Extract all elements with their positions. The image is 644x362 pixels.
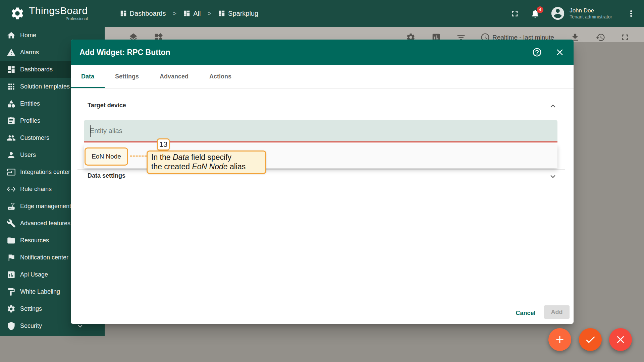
- breadcrumb-label: Dashboards: [130, 10, 166, 17]
- entity-alias-input[interactable]: [84, 120, 557, 142]
- sidebar-item-label: Home: [20, 32, 36, 39]
- tab-data[interactable]: Data: [71, 65, 105, 88]
- sidebar-item-label: White Labeling: [20, 288, 60, 295]
- breadcrumb-item-all[interactable]: All: [183, 10, 201, 17]
- sidebar-item-label: Customers: [20, 134, 49, 141]
- dialog-title: Add Widget: RPC Button: [79, 48, 170, 57]
- breadcrumb: Dashboards > All > Sparkplug: [120, 10, 259, 17]
- breadcrumb-item-sparkplug[interactable]: Sparkplug: [218, 10, 258, 17]
- tab-actions[interactable]: Actions: [199, 65, 242, 88]
- user-info: John Doe Tenant administrator: [570, 7, 612, 20]
- folder-icon: [7, 236, 16, 245]
- thingsboard-logo-icon: [10, 6, 25, 21]
- dashboards-icon: [7, 65, 16, 74]
- text-cursor: [90, 125, 91, 137]
- divider: [77, 186, 565, 186]
- sidebar-item-label: Edge management: [20, 203, 71, 210]
- tutorial-callout-line2: the created EoN Node alias: [151, 162, 262, 171]
- dialog-tabs: Data Settings Advanced Actions: [71, 65, 574, 88]
- sidebar-item-label: Users: [20, 152, 36, 159]
- close-icon[interactable]: [555, 47, 565, 57]
- collapse-panel-chevron-up-icon[interactable]: [548, 101, 558, 111]
- autocomplete-option-eon-node[interactable]: EoN Node: [92, 153, 121, 160]
- sidebar-item-label: Integrations center: [20, 169, 70, 176]
- plus-icon: [554, 334, 566, 346]
- breadcrumb-item-dashboards[interactable]: Dashboards: [120, 10, 166, 17]
- person-icon: [7, 150, 16, 160]
- breadcrumb-separator: >: [170, 10, 178, 17]
- thingsboard-logo[interactable]: ThingsBoard Professional: [0, 6, 88, 21]
- sidebar-item-label: Rule chains: [20, 186, 52, 193]
- add-button[interactable]: Add: [544, 305, 570, 319]
- tutorial-callout: In the Data field specify the created Eo…: [147, 150, 266, 174]
- tab-advanced[interactable]: Advanced: [149, 65, 199, 88]
- apps-icon: [7, 82, 16, 91]
- tab-settings[interactable]: Settings: [105, 65, 149, 88]
- gear-icon: [7, 304, 16, 313]
- sidebar-item-label: Solution templates: [20, 83, 70, 90]
- help-icon[interactable]: [532, 47, 542, 57]
- wrench-icon: [7, 219, 16, 228]
- category-icon: [7, 99, 16, 108]
- more-vert-icon[interactable]: [626, 9, 636, 18]
- data-settings-panel-title: Data settings: [88, 172, 125, 179]
- thingsboard-app: ThingsBoard Professional Dashboards > Al…: [0, 0, 644, 362]
- tutorial-highlight-box: EoN Node: [85, 147, 128, 166]
- dashboards-icon: [120, 10, 127, 17]
- target-device-panel-title: Target device: [88, 102, 126, 109]
- home-icon: [7, 31, 16, 40]
- tutorial-step-badge: 13: [157, 138, 170, 150]
- assignment-icon: [7, 116, 16, 125]
- sidebar-item-label: Settings: [20, 305, 42, 312]
- check-icon: [584, 334, 596, 346]
- chart-icon: [7, 270, 16, 279]
- user-name: John Doe: [570, 7, 612, 14]
- cancel-button[interactable]: Cancel: [512, 307, 539, 319]
- ethernet-icon: [7, 185, 16, 194]
- close-icon: [614, 334, 627, 346]
- sidebar-item-label: Advanced features: [20, 220, 70, 227]
- fullscreen-icon[interactable]: [510, 9, 520, 18]
- expand-panel-chevron-down-icon[interactable]: [548, 172, 558, 181]
- notification-count-badge: 4: [537, 6, 543, 13]
- breadcrumb-label: All: [193, 10, 201, 17]
- tutorial-callout-line1: In the Data field specify: [151, 153, 262, 162]
- header-actions: 4 John Doe Tenant administrator: [510, 6, 644, 21]
- history-icon[interactable]: [596, 33, 605, 42]
- notifications-button[interactable]: 4: [530, 9, 540, 18]
- discard-changes-fab[interactable]: [609, 328, 632, 351]
- logo-subtitle: Professional: [29, 16, 88, 21]
- top-header: ThingsBoard Professional Dashboards > Al…: [0, 0, 644, 27]
- router-icon: [7, 202, 16, 211]
- sidebar-item-label: Alarms: [20, 49, 39, 56]
- logo-text: ThingsBoard Professional: [29, 6, 88, 21]
- breadcrumb-separator: >: [205, 10, 213, 17]
- input-icon: [7, 168, 16, 177]
- sidebar-item-label: Notification center: [20, 254, 68, 261]
- dashboards-icon: [183, 10, 191, 17]
- sidebar-item-label: Dashboards: [20, 66, 53, 73]
- fullscreen-icon[interactable]: [620, 33, 630, 42]
- sidebar-item-label: Resources: [20, 237, 49, 244]
- sidebar-item-label: Entities: [20, 100, 40, 107]
- warning-icon: [7, 48, 16, 57]
- sidebar-item-label: Api Usage: [20, 271, 48, 278]
- breadcrumb-label: Sparkplug: [228, 10, 258, 17]
- user-avatar[interactable]: [550, 6, 566, 21]
- tutorial-connector-line: [130, 156, 147, 157]
- shield-icon: [7, 321, 16, 330]
- flag-icon: [7, 253, 16, 262]
- paint-icon: [7, 287, 16, 296]
- dialog-header: Add Widget: RPC Button: [71, 40, 574, 65]
- add-widget-fab[interactable]: [548, 328, 571, 351]
- sidebar-item-label: Profiles: [20, 117, 40, 124]
- people-icon: [7, 133, 16, 142]
- add-widget-dialog: Add Widget: RPC Button Data Settings Adv…: [71, 40, 574, 324]
- user-role: Tenant administrator: [570, 14, 612, 20]
- dashboards-icon: [218, 10, 225, 17]
- logo-title: ThingsBoard: [29, 6, 88, 16]
- apply-changes-fab[interactable]: [579, 328, 602, 351]
- sidebar-item-label: Security: [20, 322, 42, 329]
